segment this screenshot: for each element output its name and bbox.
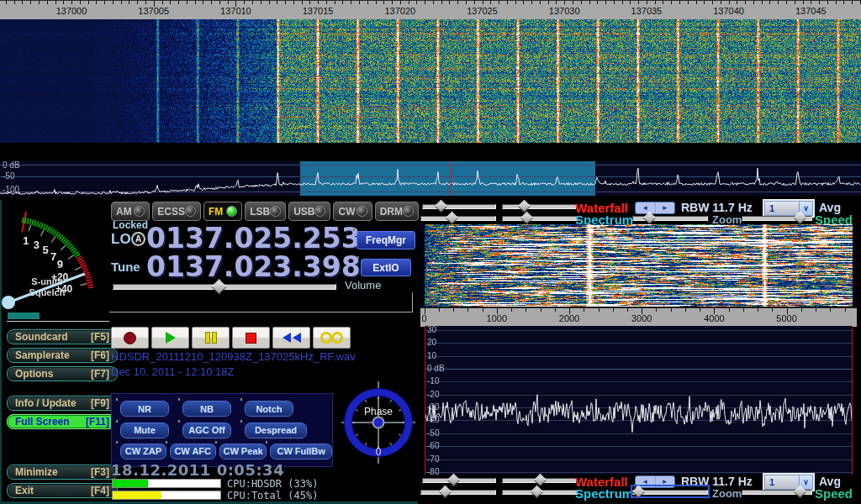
mode-button-drm[interactable]: DRM bbox=[375, 202, 419, 221]
dsp-button-cw-afc[interactable]: CW AFC bbox=[170, 444, 216, 459]
s-meter-tick bbox=[81, 284, 87, 286]
dsp-button-despread[interactable]: Despread bbox=[245, 423, 307, 438]
spectrum-level-slider-a-track bbox=[420, 490, 496, 495]
dsp-button-notch[interactable]: Notch bbox=[245, 401, 293, 417]
s-meter-tick bbox=[87, 280, 92, 281]
waterfall-level-slider-b-thumb[interactable] bbox=[518, 200, 531, 213]
squelch-indicator[interactable] bbox=[8, 312, 40, 319]
waterfall-level-slider-a[interactable] bbox=[422, 475, 496, 485]
mode-button-usb[interactable]: USB bbox=[288, 202, 330, 221]
speed-slider-thumb[interactable] bbox=[794, 486, 807, 499]
lo-frequency-display[interactable]: 0137.025.253 bbox=[146, 224, 361, 252]
volume-slider[interactable] bbox=[113, 281, 336, 292]
scale-tick bbox=[211, 1, 212, 4]
record-button[interactable] bbox=[111, 327, 149, 349]
lo-auto-badge[interactable]: A bbox=[131, 232, 145, 246]
dsp-button-nr[interactable]: NR bbox=[120, 401, 169, 417]
main-spectrum-display[interactable]: 0 dB -50 -100 bbox=[0, 161, 861, 196]
lo-label: LO bbox=[111, 232, 131, 246]
pause-button[interactable] bbox=[192, 327, 230, 349]
play-button[interactable] bbox=[151, 327, 189, 349]
waterfall-level-slider-b-thumb[interactable] bbox=[534, 474, 547, 487]
main-waterfall-display[interactable] bbox=[0, 0, 861, 143]
zoom-slider-thumb[interactable] bbox=[643, 212, 657, 225]
stop-button[interactable] bbox=[232, 327, 270, 349]
scale-tick bbox=[425, 1, 425, 4]
scale-tick bbox=[137, 1, 138, 4]
scale-tick bbox=[769, 1, 770, 4]
spectrum-level-slider-b-thumb[interactable] bbox=[531, 486, 544, 499]
audio-tick-label: 4000 bbox=[704, 313, 724, 323]
mode-button-cw[interactable]: CW bbox=[333, 202, 372, 221]
extio-button[interactable]: ExtIO bbox=[361, 259, 411, 276]
zoom-slider[interactable] bbox=[632, 213, 708, 223]
dsp-button-cw-zap[interactable]: CW ZAP bbox=[120, 444, 166, 459]
sidebar-item-soundcard[interactable]: Soundcard[F5] bbox=[7, 329, 118, 344]
mode-button-am[interactable]: AM bbox=[111, 202, 150, 221]
sidebar-item-key: [F3] bbox=[91, 466, 109, 478]
phase-value: 0 bbox=[376, 446, 382, 458]
s-meter-tick bbox=[80, 263, 85, 265]
dsp-button-cw-fullbw[interactable]: CW FullBw bbox=[270, 444, 332, 459]
scale-tick bbox=[277, 1, 277, 4]
waterfall-level-slider-a-thumb[interactable] bbox=[447, 474, 461, 487]
spectrum-level-slider-a[interactable] bbox=[420, 213, 496, 223]
audio-frequency-scale[interactable]: 010002000300040005000 bbox=[420, 307, 857, 327]
zoom-slider-thumb[interactable] bbox=[632, 486, 646, 499]
scale-tick bbox=[252, 1, 253, 4]
dsp-button-mute[interactable]: Mute bbox=[120, 423, 169, 438]
spectrum-level-slider-b-thumb[interactable] bbox=[520, 212, 534, 225]
loop-button[interactable] bbox=[313, 327, 351, 349]
zoom-slider[interactable] bbox=[632, 486, 708, 496]
sidebar-item-options[interactable]: Options[F7] bbox=[7, 366, 118, 381]
speed-slider-thumb[interactable] bbox=[794, 212, 807, 225]
scale-tick bbox=[573, 1, 573, 4]
mode-button-fm[interactable]: FM bbox=[203, 202, 242, 221]
scale-tick bbox=[638, 1, 639, 4]
sidebar-item-exit[interactable]: Exit[F4] bbox=[7, 483, 118, 498]
dsp-row: CW ZAPCW AFCCW PeakCW FullBw bbox=[120, 444, 332, 459]
speed-slider[interactable] bbox=[742, 213, 812, 223]
rewind-button[interactable] bbox=[272, 327, 310, 349]
volume-slider-thumb[interactable] bbox=[211, 279, 226, 294]
phase-tick bbox=[390, 400, 392, 402]
sidebar-item-samplerate[interactable]: Samplerate[F6] bbox=[7, 348, 118, 363]
waterfall-level-slider-b[interactable] bbox=[502, 201, 576, 211]
dsp-button-agc-off[interactable]: AGC Off bbox=[182, 423, 231, 438]
sidebar-item-minimize[interactable]: Minimize[F3] bbox=[7, 465, 118, 480]
audio-spectrum-display[interactable]: 3020100 dB-10-20-30-40-50-60-70-80 bbox=[425, 326, 853, 475]
dsp-button-nb[interactable]: NB bbox=[182, 401, 231, 417]
scale-tick bbox=[6, 1, 7, 4]
dsp-button-cw-peak[interactable]: CW Peak bbox=[219, 444, 267, 459]
spectrum-level-slider-a[interactable] bbox=[420, 486, 496, 496]
s-meter-tick bbox=[41, 230, 45, 236]
tune-frequency-display[interactable]: 0137.023.398 bbox=[146, 253, 361, 281]
s-meter-tick bbox=[36, 221, 38, 227]
phase-indicator[interactable]: Phase 0 bbox=[340, 380, 417, 465]
speed-slider[interactable] bbox=[742, 486, 812, 496]
audio-waterfall-display[interactable] bbox=[425, 224, 853, 307]
pause-icon bbox=[205, 332, 210, 344]
spectrum-level-slider-b[interactable] bbox=[502, 213, 578, 223]
spectrum-level-slider-a-thumb[interactable] bbox=[446, 212, 459, 225]
scale-tick bbox=[614, 1, 615, 4]
sidebar-item-info-update[interactable]: Info / Update[F9] bbox=[7, 396, 118, 411]
spectrum-level-slider-b[interactable] bbox=[502, 486, 578, 496]
cpu-hdsdr-bar bbox=[112, 479, 221, 488]
mode-button-lsb[interactable]: LSB bbox=[245, 202, 286, 221]
scale-tick bbox=[309, 1, 310, 4]
sidebar-item-full-screen[interactable]: Full Screen[F11] bbox=[7, 414, 118, 429]
spectrum-level-slider-a-thumb[interactable] bbox=[439, 486, 452, 499]
scale-tick bbox=[507, 1, 508, 4]
waterfall-level-slider-a[interactable] bbox=[422, 201, 496, 211]
main-frequency-scale[interactable]: 1370001370051370101370151370201370251370… bbox=[0, 0, 861, 19]
waterfall-level-slider-a-thumb[interactable] bbox=[435, 200, 448, 213]
audio-db-label: -30 bbox=[427, 403, 439, 412]
mode-button-ecss[interactable]: ECSS bbox=[152, 202, 201, 221]
waterfall-level-slider-b[interactable] bbox=[502, 475, 576, 485]
freqmgr-button[interactable]: FreqMgr bbox=[357, 231, 415, 249]
scale-tick bbox=[515, 1, 516, 4]
meter-divider bbox=[7, 321, 109, 322]
scale-tick bbox=[685, 308, 686, 312]
scale-tick bbox=[564, 1, 565, 4]
